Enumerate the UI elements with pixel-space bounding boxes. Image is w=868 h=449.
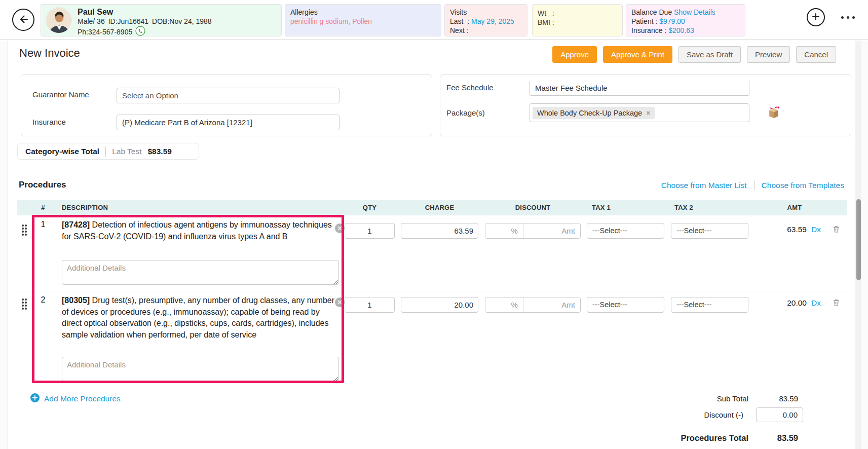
discount-inputs xyxy=(485,223,581,239)
allergies-value: penicillin g sodium, Pollen xyxy=(290,17,436,26)
patient-dob: DOB:Nov 24, 1988 xyxy=(152,17,212,26)
drag-handle-icon[interactable] xyxy=(22,224,27,236)
fee-schedule-select[interactable] xyxy=(530,80,749,96)
allergies-card[interactable]: Allergies penicillin g sodium, Pollen xyxy=(285,4,441,36)
charge-input[interactable] xyxy=(401,223,478,239)
remove-procedure-button[interactable] xyxy=(335,297,345,307)
balance-due-card[interactable]: Balance Due Show Details Patient : $979.… xyxy=(626,4,745,36)
tax1-select[interactable]: ---Select--- xyxy=(587,223,664,239)
procedure-description: [87428] Detection of infectious agent an… xyxy=(62,219,339,242)
add-new-button[interactable] xyxy=(807,8,825,26)
procedure-description: [80305] Drug test(s), presumptive, any n… xyxy=(62,295,339,341)
subtotal-label: Sub Total xyxy=(717,394,748,403)
visits-last-label: Last : xyxy=(450,17,469,25)
delete-row-button[interactable] xyxy=(832,298,841,307)
packages-multiselect[interactable]: Whole Body Check-Up Package × xyxy=(530,103,749,122)
procedure-row: 1 [87428] Detection of infectious agent … xyxy=(17,216,847,291)
balance-insurance-value: $200.63 xyxy=(668,26,694,34)
page-title: New Invoice xyxy=(19,47,80,60)
divider xyxy=(754,180,754,191)
new-invoice-panel: New Invoice Approve Approve & Print Save… xyxy=(8,41,861,449)
guarantor-select[interactable] xyxy=(117,88,339,103)
divider xyxy=(105,146,106,157)
row-number: 1 xyxy=(37,220,49,229)
avatar xyxy=(46,7,72,33)
fee-package-panel: Fee Schedule Package(s) Whole Body Check… xyxy=(440,74,851,136)
dx-link[interactable]: Dx xyxy=(811,225,821,234)
invoice-discount-input[interactable] xyxy=(756,407,803,422)
col-discount: DISCOUNT xyxy=(485,204,581,211)
procedure-links: Choose from Master List Choose from Temp… xyxy=(661,180,844,191)
ellipsis-icon xyxy=(841,16,844,19)
amount-value: 63.59 xyxy=(752,225,807,234)
category-total-label: Category-wise Total xyxy=(25,147,99,156)
patient-sex-age: Male/ 36 xyxy=(78,17,105,26)
choose-from-templates-link[interactable]: Choose from Templates xyxy=(762,181,844,190)
visits-title: Visits xyxy=(450,8,522,17)
chip-remove-icon[interactable]: × xyxy=(646,109,650,117)
additional-details-textarea[interactable] xyxy=(62,260,339,285)
remove-procedure-button[interactable] xyxy=(335,223,345,233)
procedures-total-label: Procedures Total xyxy=(681,433,748,443)
tax2-select[interactable]: ---Select--- xyxy=(671,223,748,239)
table-divider xyxy=(17,388,847,388)
discount-amount-input[interactable] xyxy=(523,223,580,238)
col-description: DESCRIPTION xyxy=(62,204,108,211)
additional-details-textarea[interactable] xyxy=(62,357,339,382)
discount-amount-input[interactable] xyxy=(523,297,580,312)
balance-patient-label: Patient : xyxy=(631,17,657,25)
cancel-button[interactable]: Cancel xyxy=(796,46,836,63)
dx-link[interactable]: Dx xyxy=(811,298,821,308)
visits-card[interactable]: Visits Last : May 29, 2025 Next : xyxy=(444,4,527,36)
col-qty: QTY xyxy=(345,204,395,211)
balance-patient-value: $979.00 xyxy=(659,17,685,25)
category-amount: $83.59 xyxy=(147,147,171,156)
vitals-card[interactable]: Wt : BMI : xyxy=(532,4,623,36)
allergies-title: Allergies xyxy=(290,8,436,17)
package-box-icon[interactable] xyxy=(767,104,781,121)
tax2-select[interactable]: ---Select--- xyxy=(671,297,748,313)
approve-print-button[interactable]: Approve & Print xyxy=(603,46,672,63)
drag-handle-icon[interactable] xyxy=(22,298,27,310)
patient-phone: Ph:324-567-8905 xyxy=(78,27,132,36)
col-amt: AMT xyxy=(767,204,822,211)
charge-input[interactable] xyxy=(401,297,478,313)
save-as-draft-button[interactable]: Save as Draft xyxy=(678,46,741,63)
balance-insurance-label: Insurance : xyxy=(631,26,666,34)
discount-row: Discount (-) xyxy=(565,407,803,422)
procedures-total-value: 83.59 xyxy=(748,433,798,443)
col-num: # xyxy=(37,204,49,211)
preview-button[interactable]: Preview xyxy=(747,46,790,63)
package-chip: Whole Body Check-Up Package × xyxy=(533,107,655,119)
guarantor-label: Guarantor Name xyxy=(32,90,89,99)
qty-input[interactable] xyxy=(345,297,395,313)
discount-percent-input[interactable] xyxy=(485,297,523,312)
bmi-label: BMI : xyxy=(538,18,554,26)
delete-row-button[interactable] xyxy=(832,224,841,234)
fee-schedule-label: Fee Schedule xyxy=(446,83,494,92)
vertical-scrollbar[interactable] xyxy=(855,41,861,449)
approve-button[interactable]: Approve xyxy=(552,46,597,63)
visits-last-date-link[interactable]: May 29, 2025 xyxy=(471,17,514,25)
balance-due-title: Balance Due xyxy=(631,8,672,16)
phone-call-icon[interactable] xyxy=(135,26,145,38)
more-options-button[interactable] xyxy=(840,13,856,22)
category-name: Lab Test xyxy=(112,147,141,156)
back-button[interactable] xyxy=(12,9,34,31)
choose-from-master-list-link[interactable]: Choose from Master List xyxy=(661,181,747,190)
add-more-procedures-button[interactable]: Add More Procedures xyxy=(30,393,121,404)
scrollbar-thumb[interactable] xyxy=(856,199,861,280)
plus-circle-icon xyxy=(30,393,40,404)
qty-input[interactable] xyxy=(345,223,395,239)
subtotal-value: 83.59 xyxy=(748,394,798,403)
patient-id: ID:Jun16641 xyxy=(108,17,148,26)
insurance-select[interactable] xyxy=(117,115,339,130)
tax1-select[interactable]: ---Select--- xyxy=(587,297,664,313)
discount-percent-input[interactable] xyxy=(485,223,523,238)
patient-card[interactable]: Paul Sew Male/ 36 ID:Jun16641 DOB:Nov 24… xyxy=(41,4,282,36)
procedures-total-row: Procedures Total 83.59 xyxy=(565,433,798,443)
plus-icon xyxy=(811,12,821,23)
arrow-left-icon xyxy=(17,13,29,27)
row-number: 2 xyxy=(37,295,49,305)
show-details-link[interactable]: Show Details xyxy=(674,8,715,16)
